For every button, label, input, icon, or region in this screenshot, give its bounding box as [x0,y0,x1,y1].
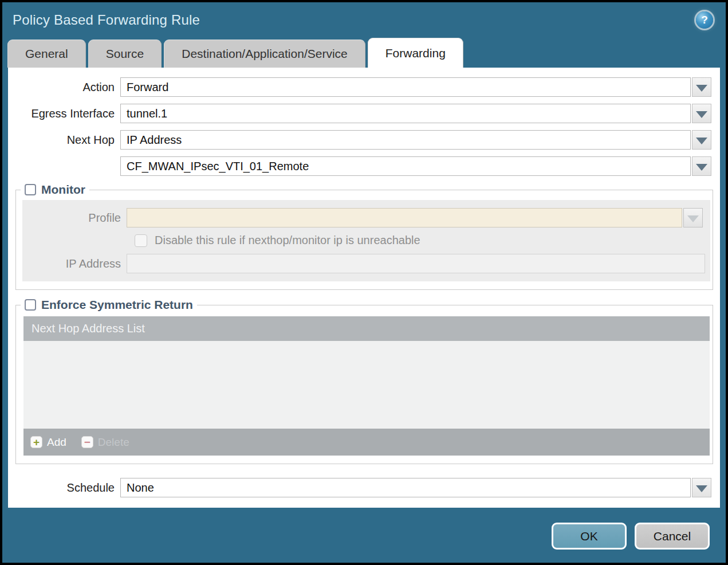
screen: Policy Based Forwarding Rule ? General S… [0,0,728,565]
next-hop-address-dropdown-button[interactable] [692,156,711,176]
monitor-ip-address-label: IP Address [22,257,127,270]
ok-button[interactable]: OK [552,523,627,550]
monitor-legend: Monitor [21,183,89,197]
chevron-down-icon [687,215,699,222]
enforce-symmetric-return-checkbox[interactable] [25,299,36,311]
symmetric-return-fieldset: Enforce Symmetric Return Next Hop Addres… [15,298,713,464]
profile-label: Profile [22,211,127,225]
schedule-label: Schedule [8,481,120,495]
profile-dropdown-button [683,208,703,227]
next-hop-address-input[interactable]: CF_MWAN_IPsec_VTI_01_Remote [120,156,691,176]
plus-icon: + [30,436,42,448]
help-icon[interactable]: ? [696,11,713,29]
tab-destination-application-service[interactable]: Destination/Application/Service [164,40,365,68]
tab-forwarding[interactable]: Forwarding [368,38,463,68]
tab-source[interactable]: Source [88,40,162,68]
dialog-title: Policy Based Forwarding Rule [13,12,200,28]
profile-row: Profile [22,208,710,227]
chevron-down-icon [696,111,707,118]
action-select[interactable]: Forward [120,77,691,97]
dialog-titlebar: Policy Based Forwarding Rule ? [2,2,726,38]
monitor-ip-address-input [127,254,705,273]
next-hop-type-select[interactable]: IP Address [120,130,691,150]
dialog-footer: OK Cancel [2,508,726,563]
egress-interface-label: Egress Interface [8,107,120,120]
next-hop-address-row: CF_MWAN_IPsec_VTI_01_Remote [8,156,720,176]
egress-interface-row: Egress Interface tunnel.1 [8,104,720,123]
next-hop-address-list-toolbar: + Add − Delete [23,429,710,456]
egress-interface-dropdown-button[interactable] [692,104,711,123]
egress-interface-select[interactable]: tunnel.1 [120,104,691,123]
action-dropdown-button[interactable] [692,77,711,97]
profile-select [127,208,682,227]
add-button-label: Add [47,436,66,449]
next-hop-dropdown-button[interactable] [692,130,711,150]
add-button[interactable]: + Add [30,436,66,449]
disable-rule-checkbox [135,234,147,247]
pbf-rule-dialog: Policy Based Forwarding Rule ? General S… [2,2,726,563]
disable-rule-row: Disable this rule if nexthop/monitor ip … [135,234,710,247]
action-label: Action [8,81,120,94]
minus-icon: − [81,436,93,448]
schedule-select[interactable]: None [120,478,691,497]
schedule-row: Schedule None [8,478,720,497]
schedule-dropdown-button[interactable] [692,478,711,497]
tab-bar: General Source Destination/Application/S… [2,38,726,68]
symmetric-return-legend: Enforce Symmetric Return [21,298,197,312]
chevron-down-icon [696,85,707,92]
monitor-disabled-panel: Profile Disable this rule if nexthop/mon… [22,200,710,281]
monitor-ip-address-row: IP Address [22,254,710,273]
next-hop-label: Next Hop [8,134,120,147]
chevron-down-icon [696,164,707,171]
monitor-legend-label: Monitor [41,183,85,197]
monitor-checkbox[interactable] [25,184,36,195]
next-hop-address-list-header: Next Hop Address List [23,316,710,341]
delete-button-label: Delete [98,436,129,449]
next-hop-address-list-body [23,341,710,429]
next-hop-row: Next Hop IP Address [8,130,720,150]
next-hop-address-list-table: Next Hop Address List + Add − Delete [23,316,710,456]
monitor-fieldset: Monitor Profile Disable this rule if nex… [15,183,713,290]
delete-button: − Delete [81,436,129,449]
cancel-button[interactable]: Cancel [635,523,710,550]
symmetric-return-legend-label: Enforce Symmetric Return [41,298,193,312]
action-row: Action Forward [8,77,720,97]
disable-rule-label: Disable this rule if nexthop/monitor ip … [155,234,420,247]
tab-general[interactable]: General [7,40,86,68]
tab-content-forwarding: Action Forward Egress Interface tunnel.1… [8,68,720,508]
chevron-down-icon [696,485,707,492]
chevron-down-icon [696,138,707,144]
